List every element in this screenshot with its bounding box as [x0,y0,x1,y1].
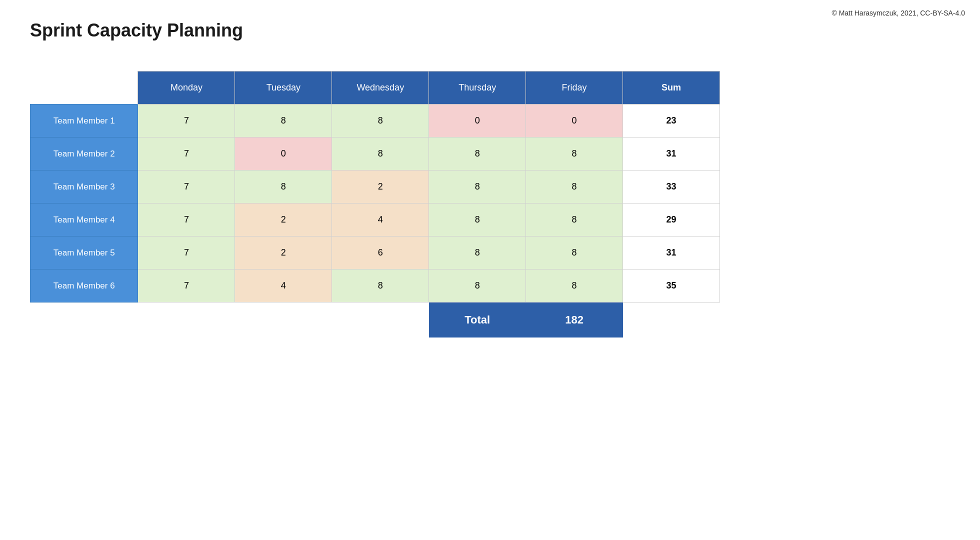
table-row: Team Member 37828833 [30,170,720,204]
member-label-2: Team Member 2 [30,138,138,170]
tuesday-cell-3: 8 [235,170,332,204]
tuesday-cell-1: 8 [235,104,332,138]
copyright: © Matt Harasymczuk, 2021, CC-BY-SA-4.0 [832,9,965,17]
monday-cell-4: 7 [138,204,235,236]
wednesday-cell-5: 6 [332,236,429,270]
friday-cell-6: 8 [526,270,623,302]
tuesday-cell-4: 2 [235,204,332,236]
monday-header: Monday [138,72,235,104]
sum-cell-5: 31 [623,236,720,270]
friday-cell-3: 8 [526,170,623,204]
monday-cell-3: 7 [138,170,235,204]
table-row: Team Member 67488835 [30,270,720,302]
table-row: Team Member 27088831 [30,138,720,170]
member-label-6: Team Member 6 [30,270,138,302]
wednesday-cell-4: 4 [332,204,429,236]
thursday-cell-3: 8 [429,170,526,204]
total-empty-cell [235,302,332,338]
total-empty-cell [30,302,138,338]
sum-cell-3: 33 [623,170,720,204]
wednesday-cell-6: 8 [332,270,429,302]
thursday-cell-2: 8 [429,138,526,170]
monday-cell-1: 7 [138,104,235,138]
total-empty-cell [332,302,429,338]
friday-cell-2: 8 [526,138,623,170]
sum-header: Sum [623,72,720,104]
total-label: Total [429,302,526,338]
member-label-1: Team Member 1 [30,104,138,138]
tuesday-cell-5: 2 [235,236,332,270]
tuesday-header: Tuesday [235,72,332,104]
member-label-4: Team Member 4 [30,204,138,236]
capacity-table: Monday Tuesday Wednesday Thursday Friday… [30,71,720,338]
friday-cell-5: 8 [526,236,623,270]
sum-cell-4: 29 [623,204,720,236]
thursday-cell-6: 8 [429,270,526,302]
thursday-header: Thursday [429,72,526,104]
member-label-3: Team Member 3 [30,170,138,204]
tuesday-cell-2: 0 [235,138,332,170]
table-row: Team Member 57268831 [30,236,720,270]
table-row: Team Member 17880023 [30,104,720,138]
wednesday-header: Wednesday [332,72,429,104]
thursday-cell-4: 8 [429,204,526,236]
wednesday-cell-2: 8 [332,138,429,170]
sum-cell-6: 35 [623,270,720,302]
table-row: Team Member 47248829 [30,204,720,236]
table-header-row: Monday Tuesday Wednesday Thursday Friday… [30,72,720,104]
total-empty-cell [138,302,235,338]
thursday-cell-1: 0 [429,104,526,138]
monday-cell-6: 7 [138,270,235,302]
page-title: Sprint Capacity Planning [0,0,980,51]
friday-cell-1: 0 [526,104,623,138]
sum-cell-2: 31 [623,138,720,170]
wednesday-cell-3: 2 [332,170,429,204]
monday-cell-2: 7 [138,138,235,170]
sum-cell-1: 23 [623,104,720,138]
thursday-cell-5: 8 [429,236,526,270]
tuesday-cell-6: 4 [235,270,332,302]
friday-cell-4: 8 [526,204,623,236]
monday-cell-5: 7 [138,236,235,270]
member-label-5: Team Member 5 [30,236,138,270]
total-row: Total182 [30,302,720,338]
empty-header [30,72,138,104]
total-value: 182 [526,302,623,338]
wednesday-cell-1: 8 [332,104,429,138]
friday-header: Friday [526,72,623,104]
